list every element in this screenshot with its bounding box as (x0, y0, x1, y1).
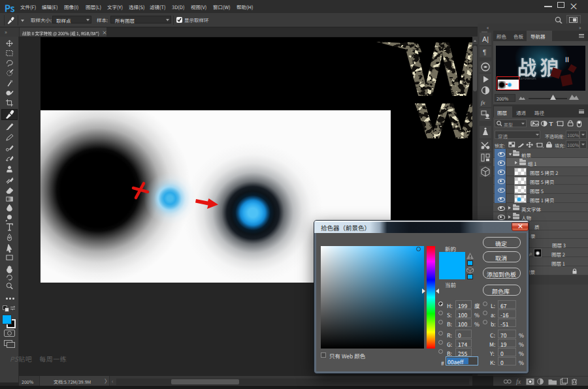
svg-text:fx: fx (516, 378, 521, 385)
svg-text:T: T (549, 120, 553, 127)
svg-text:fx: fx (481, 99, 485, 106)
svg-text:¶: ¶ (483, 49, 486, 56)
svg-text:A|: A| (482, 35, 489, 43)
svg-text:W: W (415, 92, 472, 149)
